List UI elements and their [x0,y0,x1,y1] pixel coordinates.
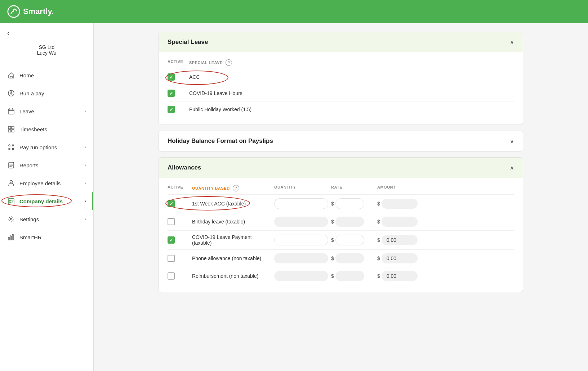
col-amount-header: AMOUNT [377,185,435,191]
acc-row-wrapper: ACC [168,69,514,85]
pay-run-options-chevron: › [85,145,86,150]
acc-checkbox[interactable] [168,73,175,81]
allowance-row-covid-payment: COVID-19 Leave Payment(taxable) $ $ [168,231,514,250]
sidebar-item-home[interactable]: Home [0,66,93,84]
sidebar-username: Lucy Wu [7,50,86,56]
quantity-based-info-icon[interactable]: ? [233,185,239,191]
leave-table-header: ACTIVE SPECIAL LEAVE ? [168,59,514,69]
phone-rate-input [335,253,364,263]
covid-payment-rate-group: $ [331,235,374,245]
svg-rect-3 [8,126,11,129]
phone-quantity-input [274,253,328,263]
reports-icon [7,161,15,169]
svg-point-18 [10,218,12,220]
birthday-amount-input [382,217,418,227]
holiday-balance-chevron[interactable]: ∨ [510,138,514,145]
allowance-row-birthday: Birthday leave (taxable) $ $ [168,213,514,231]
svg-rect-16 [9,202,10,203]
svg-point-12 [10,181,13,183]
timesheets-icon [7,125,15,133]
reimbursement-rate-group: $ [331,271,374,281]
content-inner: Special Leave ∧ ACTIVE SPECIAL LEAVE ? [150,23,532,307]
covid-payment-rate-input[interactable] [335,235,364,245]
sidebar-pay-run-options-label: Pay run options [19,144,57,150]
logo-icon [7,5,20,18]
svg-point-7 [9,145,10,146]
sidebar-item-employee-details[interactable]: Employee details › [0,174,93,192]
employee-details-chevron: › [85,181,86,186]
sidebar-item-smarthr[interactable]: SmartHR [0,228,93,246]
col-special-leave-label: SPECIAL LEAVE [189,60,223,65]
sidebar-item-timesheets[interactable]: Timesheets [0,120,93,138]
phone-rate-group: $ [331,253,374,263]
smarthr-icon [7,233,15,241]
special-leave-chevron[interactable]: ∧ [510,39,514,46]
sidebar-item-settings[interactable]: Settings › [0,210,93,228]
sidebar-item-reports[interactable]: Reports › [0,156,93,174]
svg-rect-2 [8,109,14,114]
special-leave-header[interactable]: Special Leave ∧ [159,32,523,52]
col-quantity-header: QUANTITY [274,185,328,191]
col-rate-header: RATE [331,185,374,191]
sidebar-item-pay-run-options[interactable]: Pay run options › [0,138,93,156]
sidebar-item-company-details[interactable]: Company details › [0,192,93,210]
phone-allowance-label: Phone allowance (non taxable) [192,255,271,261]
home-icon [7,71,15,79]
leave-row-covid: COVID-19 Leave Hours [168,85,514,101]
phone-amount-group: $ [377,253,435,263]
sidebar-company: SG Ltd [7,44,86,50]
svg-rect-4 [12,126,14,129]
phone-allowance-checkbox[interactable] [168,255,175,262]
sidebar-reports-label: Reports [19,162,39,168]
phone-amount-input [382,253,418,263]
svg-rect-17 [12,202,13,203]
allowance-row-1st-week: 1st Week ACC (taxable) $ $ [168,195,514,213]
back-button[interactable]: ‹ [0,23,93,40]
holiday-balance-title: Holiday Balance Format on Payslips [168,137,273,145]
birthday-amount-group: $ [377,217,435,227]
sidebar-item-run-a-pay[interactable]: Run a pay [0,84,93,102]
svg-rect-13 [8,199,14,204]
1st-week-acc-label: 1st Week ACC (taxable) [192,201,271,207]
sidebar-run-a-pay-label: Run a pay [19,90,44,96]
birthday-rate-input [335,217,364,227]
reimbursement-checkbox[interactable] [168,272,175,280]
logo-text: Smartly. [23,7,54,16]
covid-payment-checkbox[interactable] [168,236,175,244]
1st-week-rate-input[interactable] [335,198,364,209]
sidebar-company-details-label: Company details [19,198,63,204]
holiday-balance-section: Holiday Balance Format on Payslips ∨ [159,131,523,151]
covid-payment-quantity-input[interactable] [274,235,328,245]
allowances-header[interactable]: Allowances ∧ [159,158,523,178]
covid-leave-label: COVID-19 Leave Hours [189,90,514,96]
allowances-section: Allowances ∧ ACTIVE QUANTITY BASED ? QUA… [159,157,523,292]
sidebar-item-leave[interactable]: Leave › [0,102,93,120]
public-holiday-checkbox[interactable] [168,106,175,113]
birthday-quantity-input [274,217,328,227]
special-leave-body: ACTIVE SPECIAL LEAVE ? ACC [159,52,523,125]
birthday-leave-label: Birthday leave (taxable) [192,219,271,225]
acc-label: ACC [189,74,514,80]
special-leave-section: Special Leave ∧ ACTIVE SPECIAL LEAVE ? [159,32,523,125]
birthday-leave-checkbox[interactable] [168,218,175,225]
covid-leave-checkbox[interactable] [168,90,175,97]
1st-week-quantity-input[interactable] [274,198,328,209]
sidebar-nav: Home Run a pay Leave › [0,66,93,371]
1st-week-amount-input[interactable] [382,199,418,209]
1st-week-acc-checkbox[interactable] [168,200,175,207]
svg-point-0 [8,6,19,17]
reimbursement-quantity-input [274,271,328,281]
gear-icon [7,215,15,223]
special-leave-info-icon[interactable]: ? [226,59,232,66]
svg-rect-19 [8,237,9,240]
holiday-balance-header[interactable]: Holiday Balance Format on Payslips ∨ [159,131,523,151]
covid-payment-amount-input[interactable] [382,235,418,245]
allowances-table: ACTIVE QUANTITY BASED ? QUANTITY RATE AM… [159,178,523,292]
allowance-row-1st-week-wrapper: 1st Week ACC (taxable) $ $ [168,195,514,213]
company-details-chevron: › [85,199,86,204]
special-leave-title: Special Leave [168,39,208,46]
sidebar-smarthr-label: SmartHR [19,234,42,240]
birthday-rate-group: $ [331,217,374,227]
allowances-chevron[interactable]: ∧ [510,164,514,171]
allowances-table-header: ACTIVE QUANTITY BASED ? QUANTITY RATE AM… [168,185,514,195]
